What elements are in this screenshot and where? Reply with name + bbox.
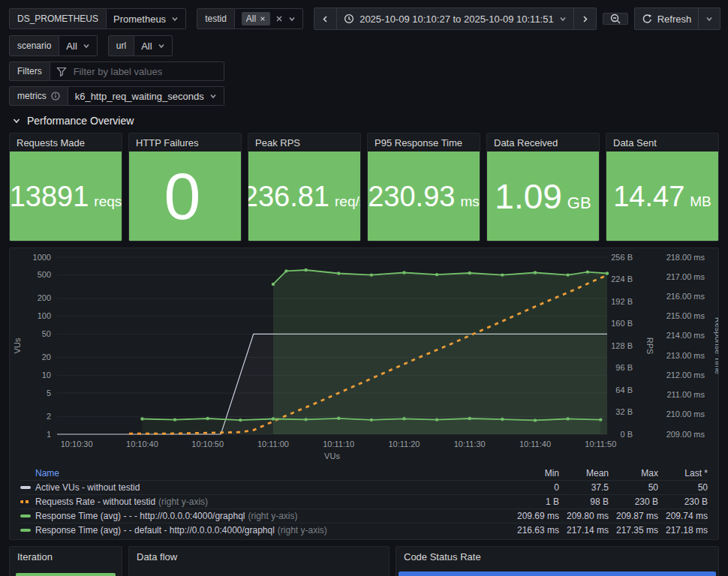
metrics-select[interactable]: k6_http_req_waiting_seconds: [68, 86, 224, 106]
svg-text:209.00 ms: 209.00 ms: [666, 430, 705, 439]
series-mean: 37.5: [559, 482, 609, 493]
series-min: 1 B: [510, 496, 559, 507]
stat-unit: MB: [690, 194, 711, 210]
stat-unit: ms: [460, 194, 479, 210]
series-mean: 98 B: [559, 496, 609, 507]
series-name[interactable]: Active VUs - without testid: [35, 482, 140, 493]
svg-text:214.00 ms: 214.00 ms: [666, 331, 705, 340]
series-marker: [20, 486, 31, 489]
stat-data-sent: Data Sent 14.47 MB: [606, 133, 719, 242]
legend-col-mean[interactable]: Mean: [559, 468, 609, 478]
svg-text:64 B: 64 B: [615, 386, 633, 394]
time-back-button[interactable]: [314, 8, 337, 30]
svg-text:2: 2: [47, 412, 51, 421]
chevron-down-icon: [288, 15, 296, 22]
legend-row-response-time-2[interactable]: Response Time (avg) - - default - http:/…: [20, 523, 708, 537]
chevron-down-icon: [12, 116, 21, 125]
series-name[interactable]: Response Time (avg) - - default - http:/…: [35, 525, 275, 536]
zoom-out-button[interactable]: [603, 13, 628, 25]
series-mean: 209.80 ms: [559, 511, 609, 521]
filters-group: Filters: [9, 62, 224, 81]
legend-row-requests-rate[interactable]: Requests Rate - without testid (right y-…: [20, 494, 708, 508]
panel-title: Code Status Rate: [396, 547, 718, 566]
svg-text:32 B: 32 B: [615, 407, 633, 416]
series-marker: [20, 529, 31, 532]
info-icon[interactable]: [51, 92, 60, 100]
legend-col-name[interactable]: Name: [20, 468, 510, 478]
series-marker: [20, 500, 31, 503]
testid-select[interactable]: All: [235, 8, 303, 29]
filters-label: Filters: [9, 62, 50, 81]
filter-funnel-icon: [56, 67, 67, 76]
url-select[interactable]: All: [134, 35, 172, 56]
legend-col-min[interactable]: Min: [510, 468, 559, 478]
time-range-group: 2025-10-09 10:10:27 to 2025-10-09 10:11:…: [314, 8, 597, 30]
clear-all-icon[interactable]: [275, 15, 283, 22]
chevron-down-icon: [559, 15, 567, 22]
toolbar-row-3: Filters: [9, 62, 719, 81]
legend-col-last[interactable]: Last *: [658, 468, 708, 478]
testid-chip-all[interactable]: All: [242, 12, 270, 26]
close-icon[interactable]: [260, 16, 266, 22]
stat-panels-row: Requests Made 13891 reqs HTTP Failures 0…: [9, 133, 719, 242]
legend-table: Name Min Mean Max Last * Active VUs - wi…: [10, 466, 718, 537]
timeseries-svg[interactable]: 1251020501002005001000256 B224 B192 B160…: [10, 250, 719, 466]
panel-data-flow: Data flow: [128, 546, 390, 576]
chevron-down-icon: [158, 42, 165, 50]
scenario-value: All: [66, 40, 77, 52]
stat-value: 13891: [10, 182, 89, 211]
legend-row-active-vus[interactable]: Active VUs - without testid 0 37.5 50 50: [20, 480, 708, 494]
legend-header: Name Min Mean Max Last *: [20, 466, 708, 480]
svg-text:10:10:40: 10:10:40: [126, 440, 158, 448]
refresh-button[interactable]: Refresh: [634, 8, 699, 30]
svg-text:100: 100: [38, 311, 51, 320]
series-last: 217.18 ms: [658, 525, 708, 536]
stat-http-failures: HTTP Failures 0: [128, 133, 242, 242]
stat-title: P95 Response Time: [368, 134, 480, 152]
refresh-interval-button[interactable]: [699, 8, 720, 30]
scenario-select[interactable]: All: [59, 35, 97, 56]
stat-value: 14.47: [613, 182, 684, 211]
time-forward-button[interactable]: [574, 8, 597, 30]
series-last: 50: [658, 482, 708, 493]
svg-text:10: 10: [42, 370, 51, 380]
panel-code-status-rate: Code Status Rate: [396, 546, 719, 576]
svg-text:10:11:10: 10:11:10: [323, 440, 354, 448]
filters-input[interactable]: [72, 65, 218, 78]
metrics-label: metrics: [9, 86, 68, 106]
section-performance-overview[interactable]: Performance Overview: [12, 115, 719, 127]
svg-text:10:11:40: 10:11:40: [519, 440, 551, 448]
series-mean: 217.14 ms: [559, 525, 609, 536]
stat-data-received: Data Received 1.09 GB: [486, 133, 600, 242]
svg-text:192 B: 192 B: [611, 297, 633, 306]
svg-text:10:10:30: 10:10:30: [61, 440, 93, 448]
series-suffix: (right y-axis): [158, 496, 208, 507]
ds-prometheus-select[interactable]: Prometheus: [107, 8, 186, 29]
refresh-icon: [642, 14, 652, 24]
svg-text:212.00 ms: 212.00 ms: [666, 370, 705, 380]
svg-text:160 B: 160 B: [611, 319, 633, 328]
legend-col-max[interactable]: Max: [609, 468, 658, 478]
section-title: Performance Overview: [27, 115, 134, 127]
svg-text:50: 50: [42, 329, 51, 338]
series-min: 216.63 ms: [510, 525, 559, 536]
stat-title: Peak RPS: [248, 134, 360, 152]
scenario-label: scenario: [9, 35, 59, 56]
svg-text:215.00 ms: 215.00 ms: [666, 311, 705, 320]
series-max: 230 B: [609, 496, 658, 507]
stat-value: 1.09: [495, 179, 562, 214]
svg-text:216.00 ms: 216.00 ms: [666, 292, 705, 301]
series-name[interactable]: Requests Rate - without testid: [35, 496, 155, 507]
var-scenario: scenario All: [9, 35, 98, 56]
svg-text:200: 200: [38, 293, 51, 302]
bottom-panels-row: Iteration Data flow Code Status Rate: [9, 546, 719, 576]
stat-title: HTTP Failures: [129, 134, 241, 152]
chevron-down-icon: [209, 92, 217, 100]
time-range-button[interactable]: 2025-10-09 10:10:27 to 2025-10-09 10:11:…: [337, 8, 574, 30]
legend-row-response-time-1[interactable]: Response Time (avg) - - - http://0.0.0.0…: [20, 508, 708, 523]
series-name[interactable]: Response Time (avg) - - - http://0.0.0.0…: [35, 511, 245, 521]
var-testid: testid All: [197, 8, 303, 29]
toolbar-row-2: scenario All url All: [9, 35, 719, 56]
svg-text:5: 5: [47, 388, 51, 398]
svg-text:210.00 ms: 210.00 ms: [666, 410, 705, 418]
